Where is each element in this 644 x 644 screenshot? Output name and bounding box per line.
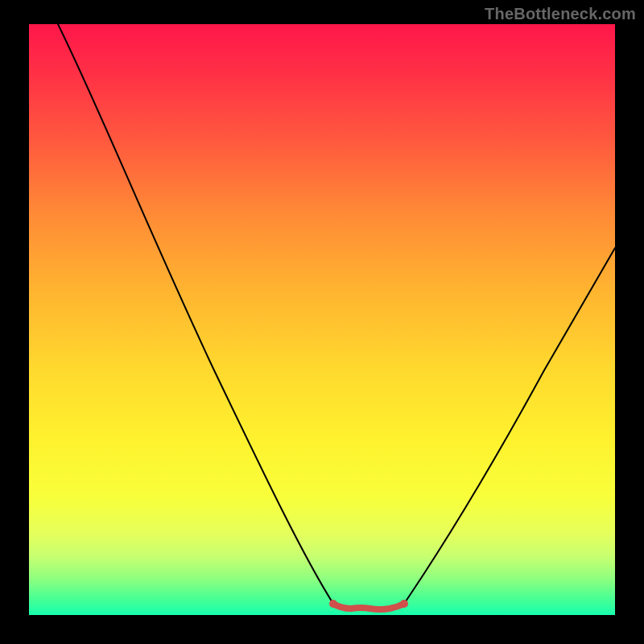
plot-area xyxy=(29,24,615,615)
bottleneck-curve xyxy=(29,24,615,615)
chart-frame: TheBottleneck.com xyxy=(0,0,644,644)
curve-right-branch xyxy=(404,248,615,604)
watermark-text: TheBottleneck.com xyxy=(485,5,636,23)
valley-start-dot xyxy=(329,600,337,608)
valley-end-dot xyxy=(400,600,408,608)
valley-marker xyxy=(333,604,404,609)
curve-left-branch xyxy=(58,24,333,604)
